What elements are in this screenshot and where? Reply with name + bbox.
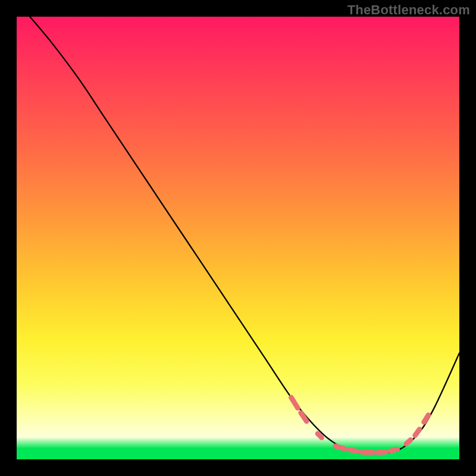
watermark-text: TheBottleneck.com — [347, 2, 470, 18]
chart-frame: TheBottleneck.com — [0, 0, 476, 476]
highlight-dash — [349, 450, 358, 452]
highlight-dash — [318, 434, 322, 438]
chart-svg — [17, 17, 459, 459]
highlight-dash — [336, 446, 345, 449]
highlight-dash — [377, 452, 386, 452]
bottleneck-curve — [30, 17, 459, 453]
highlight-dash — [291, 397, 298, 408]
highlight-dash — [415, 429, 419, 435]
highlight-dash — [391, 449, 397, 451]
highlight-dash — [301, 413, 307, 421]
highlight-dash — [406, 440, 411, 444]
plot-area — [17, 17, 459, 459]
optimal-range-markers — [291, 397, 428, 453]
